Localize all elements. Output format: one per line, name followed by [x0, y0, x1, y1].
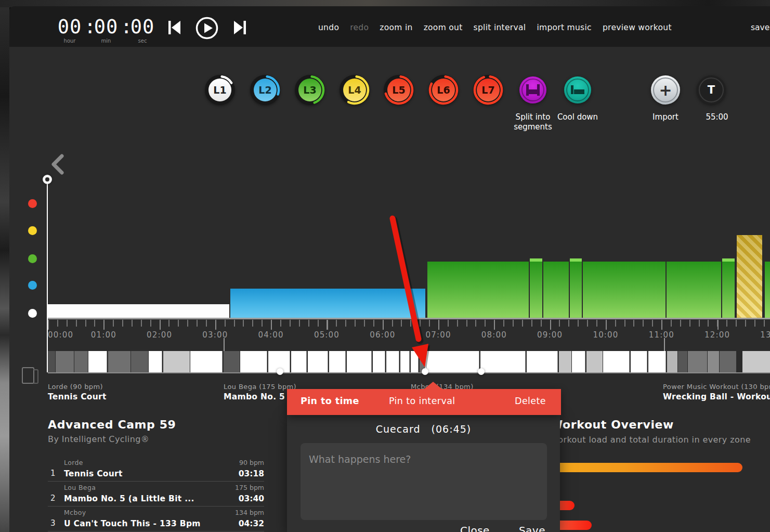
- skip-to-end-button[interactable]: [233, 20, 247, 35]
- time-label-06:00: 06:00: [370, 330, 395, 340]
- music-segment[interactable]: [586, 351, 603, 373]
- music-segment[interactable]: [742, 351, 770, 373]
- music-segment[interactable]: [572, 351, 586, 373]
- music-segment[interactable]: [667, 351, 677, 373]
- music-segment[interactable]: [190, 351, 223, 373]
- music-segment[interactable]: [400, 351, 410, 373]
- timer-minutes: 00: [92, 17, 121, 37]
- interval-block[interactable]: [543, 262, 569, 318]
- music-segment[interactable]: [559, 351, 571, 373]
- level-button-face: L6: [432, 79, 455, 101]
- time-label-00:00: 00:00: [48, 330, 73, 340]
- level-button-face: L5: [387, 79, 410, 101]
- level-button-l1[interactable]: L1: [205, 75, 235, 105]
- level-button-l2[interactable]: L2: [250, 75, 280, 105]
- music-segment[interactable]: [688, 351, 707, 373]
- playlist-title: Tennis Court: [64, 469, 123, 478]
- interval-block[interactable]: [765, 262, 770, 318]
- cuecard-save-button[interactable]: Save: [519, 524, 545, 532]
- level-button-l5[interactable]: L5: [384, 75, 414, 105]
- playlist-bpm: 175 bpm: [235, 484, 264, 491]
- workout-byline: By Intelligent Cycling®: [48, 434, 264, 444]
- pin-to-interval-button[interactable]: Pin to interval: [389, 396, 455, 406]
- interval-block[interactable]: [427, 262, 529, 318]
- play-button[interactable]: [195, 16, 219, 40]
- playlist-row[interactable]: 1LordeTennis Court90 bpm03:18: [48, 457, 264, 482]
- music-segment[interactable]: [373, 351, 386, 373]
- music-segment[interactable]: [527, 351, 558, 373]
- cuecard-pin[interactable]: [478, 368, 485, 375]
- menu-split-interval[interactable]: split interval: [474, 23, 526, 32]
- music-segment[interactable]: [603, 351, 630, 373]
- menu-preview-workout[interactable]: preview workout: [603, 23, 672, 32]
- workout-overview: Workout Overview Workout load and total …: [550, 418, 770, 445]
- interval-block[interactable]: [737, 235, 762, 318]
- menu-import-music[interactable]: import music: [537, 23, 592, 32]
- level-button-l3[interactable]: L3: [295, 75, 325, 105]
- music-segment[interactable]: [163, 351, 190, 373]
- cuecard-close-button[interactable]: Close: [460, 524, 490, 532]
- music-segment[interactable]: [678, 351, 687, 373]
- level-button-l4[interactable]: L4: [340, 75, 370, 105]
- music-segment[interactable]: [386, 351, 400, 373]
- music-segment[interactable]: [240, 351, 268, 373]
- menu-redo[interactable]: redo: [350, 23, 369, 32]
- menu-zoom-out[interactable]: zoom out: [424, 23, 463, 32]
- context-menu-notch: [424, 382, 442, 389]
- interval-block[interactable]: [230, 289, 426, 318]
- timer-unit-min: min: [92, 38, 121, 44]
- playhead-line[interactable]: [47, 183, 48, 372]
- music-segment[interactable]: [708, 351, 719, 373]
- music-waveform-strip[interactable]: [9, 351, 770, 373]
- split-into-segments-button[interactable]: [519, 76, 546, 103]
- playlist-row[interactable]: 2Lou BegaMambo No. 5 (a Little Bit ...17…: [48, 482, 264, 507]
- music-segment[interactable]: [411, 351, 419, 373]
- total-time-button[interactable]: T: [697, 75, 726, 105]
- music-segment[interactable]: [149, 351, 163, 373]
- interval-block[interactable]: [48, 304, 229, 318]
- cuecard-pin[interactable]: [277, 368, 283, 375]
- music-segment[interactable]: [224, 351, 240, 373]
- import-button[interactable]: +: [651, 75, 680, 105]
- level-button-l6[interactable]: L6: [428, 75, 459, 105]
- music-segment[interactable]: [720, 351, 736, 373]
- back-chevron-button[interactable]: [50, 154, 64, 177]
- pin-to-time-button[interactable]: Pin to time: [301, 396, 359, 406]
- music-segment[interactable]: [56, 351, 74, 373]
- interval-block[interactable]: [583, 262, 665, 318]
- interval-block[interactable]: [667, 262, 721, 318]
- menu-undo[interactable]: undo: [318, 23, 339, 32]
- music-segment[interactable]: [48, 351, 55, 373]
- music-segment[interactable]: [88, 351, 108, 373]
- playhead-knob[interactable]: [43, 175, 52, 184]
- music-segment[interactable]: [108, 351, 130, 373]
- music-segment[interactable]: [631, 351, 648, 373]
- menu-zoom-in[interactable]: zoom in: [380, 23, 412, 32]
- music-segment[interactable]: [131, 351, 148, 373]
- music-segment[interactable]: [291, 351, 307, 373]
- split-into-segments-label: Split intosegments: [507, 112, 559, 132]
- music-strip-baseline: [48, 372, 770, 373]
- music-segment[interactable]: [308, 351, 329, 373]
- music-segment[interactable]: [74, 351, 88, 373]
- cuecard-pin[interactable]: [422, 368, 428, 375]
- music-segment[interactable]: [425, 351, 480, 373]
- song-start-marker: [224, 338, 225, 351]
- cuecard-text-input[interactable]: [301, 443, 547, 520]
- level-button-l7[interactable]: L7: [473, 75, 503, 105]
- interval-block[interactable]: [570, 262, 582, 318]
- cool-down-button[interactable]: [564, 76, 591, 103]
- interval-block[interactable]: [722, 262, 735, 318]
- timer-seconds: 00: [128, 17, 157, 37]
- playlist-row[interactable]: 3McboyU Can't Touch This - 133 Bpm134 bp…: [48, 507, 264, 531]
- playlist-num: 1: [50, 469, 56, 478]
- delete-pin-button[interactable]: Delete: [515, 396, 546, 406]
- interval-block[interactable]: [530, 262, 542, 318]
- play-icon: [195, 16, 219, 40]
- music-segment[interactable]: [329, 351, 346, 373]
- music-segment[interactable]: [648, 351, 667, 373]
- music-segment[interactable]: [480, 351, 526, 373]
- skip-to-start-button[interactable]: [167, 20, 181, 35]
- music-segment[interactable]: [347, 351, 372, 373]
- save-button[interactable]: save: [751, 23, 769, 32]
